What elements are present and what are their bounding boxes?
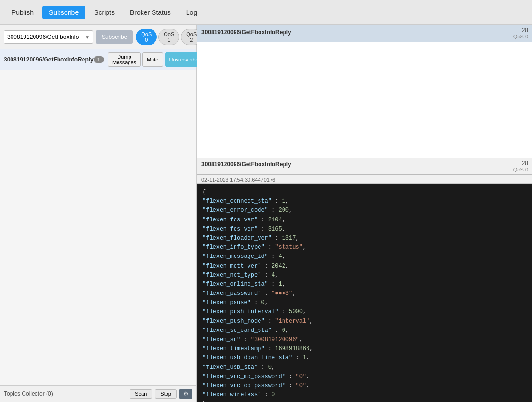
scan-button[interactable]: Scan (130, 389, 152, 399)
qos0-button[interactable]: QoS 0 (136, 29, 157, 45)
top-nav: Publish Subscribe Scripts Broker Status … (0, 0, 532, 25)
dump-messages-button[interactable]: Dump Messages (108, 52, 141, 67)
subscribe-bar: ▼ Subscribe QoS 0 QoS 1 QoS 2 Autoscroll… (0, 25, 196, 49)
detail-qos: QoS 0 (513, 167, 528, 172)
dropdown-arrow-icon[interactable]: ▼ (82, 35, 93, 40)
mute-button[interactable]: Mute (142, 52, 163, 67)
topic-name: 300819120096/GetFboxInfoReply (4, 56, 94, 63)
message-detail: 300819120096/GetFboxInfoReply 28 QoS 0 0… (197, 158, 532, 402)
message-area-top (197, 42, 532, 158)
qos1-button[interactable]: QoS 1 (158, 29, 179, 45)
right-panel: 300819120096/GetFboxInfoReply 28 QoS 0 3… (197, 25, 532, 402)
message-topic-label: 300819120096/GetFboxInfoReply (197, 25, 509, 42)
left-panel: ▼ Subscribe QoS 0 QoS 1 QoS 2 Autoscroll… (0, 25, 197, 402)
message-header-top: 300819120096/GetFboxInfoReply 28 QoS 0 (197, 25, 532, 42)
subscribe-button[interactable]: Subscribe (96, 30, 133, 44)
message-header-right: 28 QoS 0 (509, 25, 532, 42)
stop-button[interactable]: Stop (155, 389, 177, 399)
tab-log[interactable]: Log (179, 6, 204, 19)
detail-count: 28 (522, 160, 528, 167)
topic-input[interactable] (4, 31, 82, 43)
tab-publish[interactable]: Publish (5, 6, 40, 19)
json-content-area[interactable]: { "flexem_connect_sta" : 1, "flexem_erro… (197, 184, 532, 402)
message-count: 28 (522, 27, 528, 34)
tab-broker-status[interactable]: Broker Status (123, 6, 177, 19)
message-qos: QoS 0 (513, 34, 528, 39)
left-content-area (0, 70, 196, 385)
topics-collector: Topics Collector (0) Scan Stop ⚙ (0, 385, 196, 402)
collector-settings-button[interactable]: ⚙ (179, 389, 192, 399)
detail-topic-label: 300819120096/GetFboxInfoReply (197, 158, 509, 174)
topic-badge: 1 (94, 56, 104, 63)
topic-actions: Dump Messages Mute Unsubscribe (108, 52, 203, 67)
detail-right: 28 QoS 0 (509, 158, 532, 174)
topic-row: 300819120096/GetFboxInfoReply 1 Dump Mes… (0, 49, 196, 70)
main-layout: ▼ Subscribe QoS 0 QoS 1 QoS 2 Autoscroll… (0, 25, 532, 402)
tab-scripts[interactable]: Scripts (87, 6, 121, 19)
message-timestamp: 02-11-2023 17:54:30.64470176 (197, 175, 532, 184)
collector-label: Topics Collector (0) (4, 390, 127, 397)
tab-subscribe[interactable]: Subscribe (42, 6, 85, 19)
message-detail-header: 300819120096/GetFboxInfoReply 28 QoS 0 (197, 158, 532, 175)
topic-input-wrap: ▼ (4, 30, 93, 44)
